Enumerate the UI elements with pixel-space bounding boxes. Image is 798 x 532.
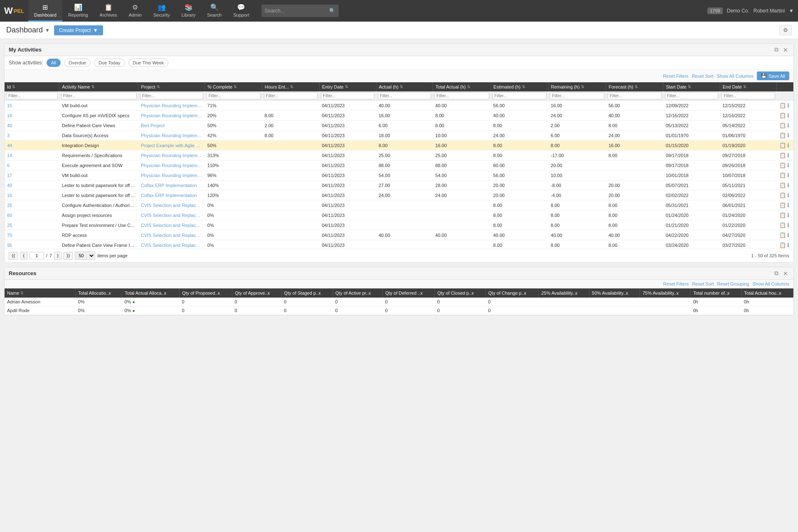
- filter-hours-ent[interactable]: [264, 92, 318, 99]
- cell-project[interactable]: Physician Rounding Implementation: [138, 170, 205, 180]
- filter-start-date[interactable]: [665, 92, 719, 99]
- cell-project[interactable]: Bert Project: [138, 121, 205, 131]
- cell-id[interactable]: 18: [5, 111, 59, 121]
- col-start-date[interactable]: Start Date ⇅: [663, 82, 720, 91]
- page-settings-button[interactable]: ⚙: [779, 25, 792, 35]
- cell-project[interactable]: Project Example with Agile Sprints: [138, 140, 205, 150]
- nav-item-search[interactable]: 🔍 Search: [201, 0, 227, 22]
- user-menu-arrow[interactable]: ▼: [789, 8, 794, 14]
- edit-row-icon[interactable]: 📋: [779, 222, 786, 228]
- edit-row-icon[interactable]: 📋: [779, 152, 786, 158]
- cell-id[interactable]: 14: [5, 150, 59, 160]
- cell-id[interactable]: 44: [5, 140, 59, 150]
- cell-project[interactable]: Physician Rounding Implementation: [138, 160, 205, 170]
- resources-copy-button[interactable]: ⧉: [773, 270, 780, 277]
- cell-project[interactable]: Physician Rounding Implementati...: [138, 111, 205, 121]
- filter-end-date[interactable]: [722, 92, 775, 99]
- nav-item-admin[interactable]: ⚙ Admin: [123, 0, 148, 22]
- filter-project[interactable]: [140, 92, 203, 99]
- col-activity-name[interactable]: Activity Name ⇅: [59, 82, 138, 91]
- edit-row-icon[interactable]: 📋: [779, 232, 786, 238]
- edit-row-icon[interactable]: 📋: [779, 212, 786, 218]
- cell-id[interactable]: 6: [5, 160, 59, 170]
- cell-id[interactable]: 40: [5, 180, 59, 190]
- cell-project[interactable]: CVIS Selection and Replacement: [138, 200, 205, 210]
- res-col-actual-hours[interactable]: Total Actual hou..x: [741, 288, 793, 298]
- col-entry-date[interactable]: Entry Date ⇅: [319, 82, 376, 91]
- nav-item-support[interactable]: 💬 Support: [227, 0, 255, 22]
- nav-item-reporting[interactable]: 📊 Reporting: [62, 0, 94, 22]
- info-row-icon[interactable]: ℹ: [787, 172, 789, 178]
- edit-row-icon[interactable]: 📋: [779, 182, 786, 188]
- cell-id[interactable]: 60: [5, 210, 59, 220]
- cell-id[interactable]: 70: [5, 230, 59, 240]
- col-hours-ent[interactable]: Hours Ent... ⇅: [262, 82, 320, 91]
- res-col-approved[interactable]: Qty of Approve..x: [232, 288, 281, 298]
- edit-row-icon[interactable]: 📋: [779, 202, 786, 208]
- info-row-icon[interactable]: ℹ: [787, 182, 789, 188]
- res-col-total-actual[interactable]: Total Actual Alloca..x: [122, 288, 180, 298]
- edit-row-icon[interactable]: 📋: [779, 122, 786, 128]
- filter-total-actual[interactable]: [434, 92, 489, 99]
- cell-project[interactable]: Colfax ERP Implementation: [138, 180, 205, 190]
- global-search-input[interactable]: [265, 8, 327, 14]
- prev-page-button[interactable]: ⟨: [20, 252, 27, 260]
- res-col-deferred[interactable]: Qty of Deferred ..x: [382, 288, 434, 298]
- resources-show-all-columns-link[interactable]: Show All Columns: [752, 281, 789, 286]
- info-row-icon[interactable]: ℹ: [787, 152, 789, 158]
- edit-row-icon[interactable]: 📋: [779, 132, 786, 138]
- res-col-total-num[interactable]: Total number of..x: [690, 288, 741, 298]
- info-row-icon[interactable]: ℹ: [787, 122, 789, 128]
- col-total-actual[interactable]: Total Actual (h) ⇅: [433, 82, 490, 91]
- filter-id[interactable]: [6, 92, 58, 99]
- filter-entry-date[interactable]: [321, 92, 374, 99]
- nav-item-archives[interactable]: 📋 Archives: [94, 0, 123, 22]
- info-row-icon[interactable]: ℹ: [787, 232, 789, 238]
- info-row-icon[interactable]: ℹ: [787, 102, 789, 108]
- edit-row-icon[interactable]: 📋: [779, 242, 786, 248]
- cell-project[interactable]: Colfax ERP Implementation: [138, 190, 205, 200]
- col-complete[interactable]: % Complete ⇅: [205, 82, 262, 91]
- nav-item-security[interactable]: 👥 Security: [148, 0, 176, 22]
- res-col-change[interactable]: Qty of Change p..x: [485, 288, 539, 298]
- cell-id[interactable]: 16: [5, 190, 59, 200]
- cell-id[interactable]: 95: [5, 240, 59, 249]
- info-row-icon[interactable]: ℹ: [787, 192, 789, 198]
- cell-project[interactable]: CVIS Selection and Replacement: [138, 230, 205, 240]
- res-col-closed[interactable]: Qty of Closed p..x: [435, 288, 485, 298]
- notification-badge[interactable]: 1799: [707, 7, 722, 14]
- filter-all-button[interactable]: All: [47, 59, 61, 67]
- resources-table-wrap[interactable]: Name ⇅ Total Allocatio..x Total Actual A…: [5, 288, 793, 315]
- activities-close-button[interactable]: ✕: [782, 46, 789, 53]
- col-id[interactable]: Id ⇅: [5, 82, 59, 91]
- cell-project[interactable]: CVIS Selection and Replacement: [138, 220, 205, 230]
- first-page-button[interactable]: ⟨⟨: [9, 252, 18, 260]
- cell-id[interactable]: 17: [5, 170, 59, 180]
- resources-reset-grouping-link[interactable]: Reset Grouping: [717, 281, 749, 286]
- res-col-staged[interactable]: Qty of Staged p..x: [281, 288, 332, 298]
- info-row-icon[interactable]: ℹ: [787, 112, 789, 118]
- cell-project[interactable]: Physician Rounding Implementati...: [138, 101, 205, 111]
- cell-id[interactable]: 3: [5, 131, 59, 140]
- page-title-dropdown[interactable]: ▼: [45, 27, 50, 33]
- edit-row-icon[interactable]: 📋: [779, 102, 786, 108]
- info-row-icon[interactable]: ℹ: [787, 162, 789, 168]
- info-row-icon[interactable]: ℹ: [787, 222, 789, 228]
- resources-reset-filters-link[interactable]: Reset Filters: [663, 281, 689, 286]
- filter-complete[interactable]: [207, 92, 261, 99]
- info-row-icon[interactable]: ℹ: [787, 132, 789, 138]
- col-actual[interactable]: Actual (h) ⇅: [376, 82, 433, 91]
- col-estimated[interactable]: Estimated (h) ⇅: [491, 82, 548, 91]
- activities-table-wrap[interactable]: Id ⇅ Activity Name ⇅ Project ⇅ % Complet…: [5, 82, 793, 249]
- edit-row-icon[interactable]: 📋: [779, 192, 786, 198]
- cell-id[interactable]: 40: [5, 121, 59, 131]
- res-col-proposed[interactable]: Qty of Proposed..x: [180, 288, 232, 298]
- nav-item-dashboard[interactable]: ⊞ Dashboard: [28, 0, 62, 22]
- filter-overdue-button[interactable]: Overdue: [64, 59, 91, 67]
- activities-copy-button[interactable]: ⧉: [773, 46, 780, 53]
- col-forecast[interactable]: Forecast (h) ⇅: [606, 82, 663, 91]
- col-end-date[interactable]: End Date ⇅: [720, 82, 776, 91]
- current-page-input[interactable]: [30, 252, 44, 259]
- filter-due-today-button[interactable]: Due Today: [94, 59, 125, 67]
- items-per-page-select[interactable]: 50 25 100: [75, 251, 95, 260]
